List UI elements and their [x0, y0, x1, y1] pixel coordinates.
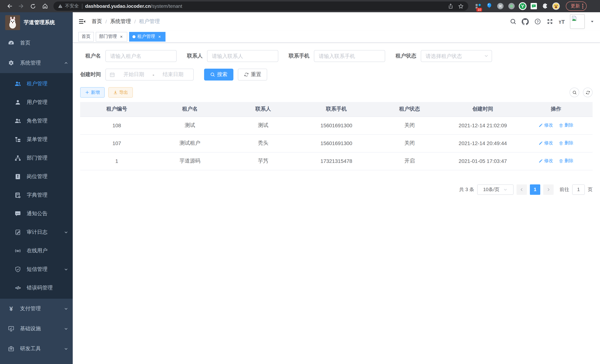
page-1-button[interactable]: 1	[530, 184, 540, 195]
sidebar-item-online-user[interactable]: 在线用户	[0, 242, 73, 260]
edit-button[interactable]: 修改	[539, 122, 553, 129]
prev-page-button[interactable]	[516, 184, 527, 195]
caret-down-icon[interactable]	[590, 19, 594, 24]
delete-button[interactable]: 删除	[559, 140, 573, 146]
goto-page-input[interactable]	[572, 184, 585, 195]
browser-reload-icon[interactable]	[28, 1, 38, 11]
recorder-extension-icon[interactable]	[508, 2, 516, 10]
breadcrumb-system[interactable]: 系统管理	[110, 18, 131, 25]
edit-button[interactable]: 修改	[539, 158, 553, 164]
delete-button[interactable]: 删除	[559, 158, 573, 164]
close-icon[interactable]: ×	[157, 34, 162, 39]
edit-button[interactable]: 修改	[539, 140, 553, 146]
navbar: 首页 / 系统管理 / 租户管理 ? тT	[73, 12, 600, 31]
chat-extension-icon[interactable]	[530, 2, 538, 10]
sidebar-item-notice[interactable]: 通知公告	[0, 205, 73, 223]
mobile-input[interactable]	[314, 50, 385, 62]
log-icon	[14, 229, 21, 236]
col-create-time: 创建时间	[446, 102, 519, 117]
browser-update-button[interactable]: 更新	[566, 1, 587, 11]
sidebar-item-infra[interactable]: 基础设施	[0, 319, 73, 339]
goto-label: 前往	[560, 186, 569, 193]
refresh-table-button[interactable]	[583, 88, 593, 97]
sidebar-item-error-code[interactable]: </> 错误码管理	[0, 279, 73, 297]
browser-back-icon[interactable]	[4, 1, 14, 11]
breadcrumb-home[interactable]: 首页	[92, 18, 102, 25]
browser-home-icon[interactable]	[40, 1, 50, 11]
trash-icon	[559, 123, 563, 128]
address-bar[interactable]: 不安全 dashboard.yudao.iocoder.cn/system/te…	[53, 1, 468, 11]
date-range-picker[interactable]: 开始日期 - 结束日期	[105, 69, 194, 81]
sidebar-item-dict[interactable]: 字典管理	[0, 186, 73, 205]
tree-icon	[14, 154, 21, 162]
sidebar-item-system[interactable]: 系统管理	[0, 53, 73, 73]
export-button[interactable]: 导出	[108, 87, 133, 98]
sidebar-item-menu[interactable]: 菜单管理	[0, 130, 73, 149]
edit-pencil-icon	[539, 159, 543, 163]
share-icon[interactable]	[448, 3, 453, 9]
tag-tenant[interactable]: 租户管理×	[129, 32, 166, 41]
sidebar-item-user[interactable]: 用户管理	[0, 93, 73, 112]
github-icon[interactable]	[522, 18, 529, 25]
sidebar: 芋道管理系统 首页 系统管理 租户管理	[0, 12, 73, 364]
page-size-select[interactable]: 10条/页	[477, 184, 514, 195]
browser-toolbar: 不安全 dashboard.yudao.iocoder.cn/system/te…	[0, 0, 600, 12]
help-icon[interactable]: ?	[534, 18, 541, 25]
tag-dept[interactable]: 部门管理×	[96, 32, 127, 41]
sidebar-item-dev-tools[interactable]: 研发工具	[0, 339, 73, 359]
pinned-extension-icon[interactable]: 10	[474, 2, 482, 10]
filter-row-1: 租户名 联系人 联系手机 租户状态	[80, 50, 593, 62]
user-icon	[14, 99, 21, 106]
sidebar-item-post[interactable]: 岗位管理	[0, 167, 73, 186]
y-logo-extension-icon[interactable]	[519, 2, 526, 10]
toolbox-icon	[7, 345, 15, 353]
sidebar-item-pay[interactable]: ¥ 支付管理	[0, 299, 73, 319]
calendar-icon	[110, 72, 115, 77]
tenant-name-input[interactable]	[105, 50, 177, 62]
font-size-icon[interactable]: тT	[559, 18, 565, 25]
avatar[interactable]	[570, 14, 585, 29]
app-title: 芋道管理系统	[24, 19, 55, 26]
chevron-down-icon	[64, 327, 68, 331]
sidebar-item-tenant[interactable]: 租户管理	[0, 75, 73, 93]
search-button[interactable]: 搜索	[204, 69, 233, 81]
table-toolbar: 新增 导出	[80, 87, 593, 98]
chevron-down-icon	[64, 230, 68, 234]
command-extension-icon[interactable]: ⌘	[497, 2, 504, 10]
status-label: 租户状态	[395, 53, 416, 59]
search-icon[interactable]	[510, 18, 517, 25]
sidebar-collapse-icon[interactable]	[78, 18, 86, 25]
show-search-button[interactable]	[570, 88, 579, 97]
date-end-placeholder: 结束日期	[157, 71, 190, 78]
profile-avatar-icon[interactable]	[552, 2, 560, 10]
delete-button[interactable]: 删除	[559, 122, 573, 129]
add-button[interactable]: 新增	[80, 87, 105, 98]
contact-input[interactable]	[207, 50, 278, 62]
extensions-puzzle-icon[interactable]	[541, 2, 549, 10]
security-status[interactable]: 不安全	[58, 3, 79, 9]
sidebar-logo[interactable]: 芋道管理系统	[0, 12, 73, 33]
close-icon[interactable]: ×	[119, 34, 124, 39]
pagination: 共 3 条 10条/页 1 前往 页	[80, 184, 593, 195]
dashboard-icon	[7, 39, 15, 47]
reset-button[interactable]: 重置	[238, 69, 267, 81]
status-select[interactable]	[421, 50, 492, 62]
sidebar-item-dept[interactable]: 部门管理	[0, 149, 73, 167]
next-page-button[interactable]	[543, 184, 554, 195]
balloon-extension-icon[interactable]	[485, 2, 493, 10]
bookmark-star-icon[interactable]	[458, 3, 464, 9]
page-url[interactable]: dashboard.yudao.iocoder.cn/system/tenant	[85, 3, 182, 9]
search-icon	[210, 72, 215, 77]
fullscreen-icon[interactable]	[546, 18, 553, 25]
tree-table-icon	[14, 136, 21, 143]
trash-icon	[559, 159, 563, 163]
sidebar-item-role[interactable]: 角色管理	[0, 112, 73, 130]
sidebar-item-home[interactable]: 首页	[0, 33, 73, 53]
col-contact: 联系人	[226, 102, 300, 117]
browser-forward-icon[interactable]	[16, 1, 26, 11]
sidebar-item-sms[interactable]: 短信管理	[0, 260, 73, 279]
browser-menu-icon[interactable]	[582, 4, 583, 9]
tag-home[interactable]: 首页	[78, 32, 94, 41]
breadcrumb: 首页 / 系统管理 / 租户管理	[92, 18, 160, 25]
sidebar-item-audit-log[interactable]: 审计日志	[0, 223, 73, 242]
